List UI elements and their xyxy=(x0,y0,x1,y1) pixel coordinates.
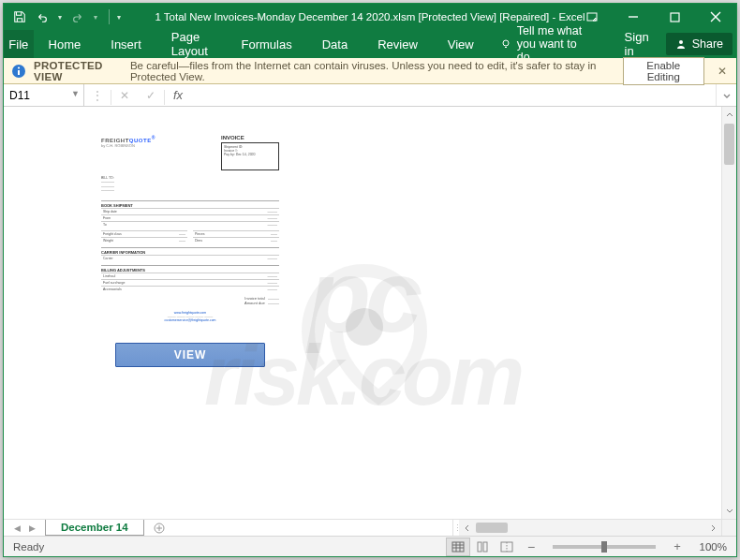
scroll-up-icon[interactable] xyxy=(722,107,737,122)
tab-page-layout[interactable]: Page Layout xyxy=(156,30,227,58)
protected-view-close-icon[interactable]: ✕ xyxy=(716,65,729,78)
logo-subtext: by C.H. ROBINSON xyxy=(101,143,155,148)
worksheet-area: FREIGHTQUOTE® by C.H. ROBINSON INVOICE S… xyxy=(4,107,736,519)
name-box-dropdown-icon[interactable]: ▼ xyxy=(71,89,80,98)
save-icon[interactable] xyxy=(13,10,26,23)
horizontal-scroll-thumb[interactable] xyxy=(476,523,508,533)
redo-dropdown-icon[interactable]: ▾ xyxy=(94,13,97,22)
formula-expand-icon[interactable] xyxy=(716,84,736,106)
zoom-in-icon[interactable]: + xyxy=(671,539,684,553)
svg-point-8 xyxy=(346,308,383,346)
svg-rect-2 xyxy=(671,13,679,22)
shield-info-icon xyxy=(11,64,26,79)
scroll-left-icon[interactable] xyxy=(459,521,474,536)
zoom-out-icon[interactable]: − xyxy=(525,539,538,554)
sheet-tab-active[interactable]: December 14 xyxy=(45,520,144,536)
svg-rect-6 xyxy=(18,70,20,75)
add-sheet-button[interactable] xyxy=(150,520,169,536)
qat-customize-icon[interactable]: ▾ xyxy=(117,13,121,22)
svg-point-4 xyxy=(679,40,683,44)
close-button[interactable] xyxy=(695,4,736,30)
maximize-button[interactable] xyxy=(654,4,695,30)
zoom-level[interactable]: 100% xyxy=(689,541,727,553)
tab-file[interactable]: File xyxy=(4,30,34,58)
invoice-info-box: Shipment ID: Invoice #: Pay by: Dec 14, … xyxy=(221,142,279,170)
invoice-title: INVOICE xyxy=(221,135,279,140)
scroll-right-icon[interactable] xyxy=(706,521,721,536)
tab-nav-prev-icon[interactable]: ◀ xyxy=(11,523,22,533)
undo-icon[interactable] xyxy=(36,10,49,23)
formula-cancel-icon[interactable]: ✕ xyxy=(111,89,138,102)
status-bar: Ready − + 100% xyxy=(4,536,736,556)
zoom-slider-knob[interactable] xyxy=(601,541,607,553)
vertical-scroll-thumb[interactable] xyxy=(724,124,734,165)
zoom-slider[interactable] xyxy=(553,545,656,549)
tell-me-search[interactable]: Tell me what you want to do... xyxy=(489,30,612,58)
share-button[interactable]: Share xyxy=(666,33,733,55)
tab-formulas[interactable]: Formulas xyxy=(227,30,307,58)
redo-icon[interactable] xyxy=(71,10,84,23)
title-bar: ▾ ▾ ▾ 1 Total New Invoices-Monday Decemb… xyxy=(4,4,736,30)
enable-editing-button[interactable]: Enable Editing xyxy=(623,57,704,85)
protected-view-message: Be careful—files from the Internet can c… xyxy=(130,60,610,82)
view-page-break-icon[interactable] xyxy=(495,538,519,556)
svg-point-3 xyxy=(503,40,509,46)
view-page-layout-icon[interactable] xyxy=(470,538,495,556)
ribbon-tabs: File Home Insert Page Layout Formulas Da… xyxy=(4,30,736,58)
tab-review[interactable]: Review xyxy=(363,30,433,58)
svg-rect-10 xyxy=(452,542,464,552)
svg-rect-15 xyxy=(478,542,481,552)
excel-window: ▾ ▾ ▾ 1 Total New Invoices-Monday Decemb… xyxy=(3,3,737,557)
tab-insert[interactable]: Insert xyxy=(96,30,156,58)
tab-home[interactable]: Home xyxy=(34,30,96,58)
formula-more-icon[interactable]: ⋮ xyxy=(84,89,111,102)
fx-icon[interactable]: fx xyxy=(165,88,191,102)
share-icon xyxy=(675,38,687,50)
view-button[interactable]: VIEW xyxy=(115,343,265,367)
minimize-button[interactable] xyxy=(613,4,654,30)
status-ready: Ready xyxy=(13,541,44,553)
undo-dropdown-icon[interactable]: ▾ xyxy=(58,13,62,22)
name-box[interactable]: D11 ▼ xyxy=(4,84,84,106)
bulb-icon xyxy=(500,38,511,50)
protected-view-title: PROTECTED VIEW xyxy=(34,60,123,82)
name-box-value: D11 xyxy=(9,89,30,102)
horizontal-scrollbar[interactable] xyxy=(459,520,721,536)
vertical-scrollbar[interactable] xyxy=(721,107,736,519)
svg-rect-16 xyxy=(483,542,487,552)
view-normal-icon[interactable] xyxy=(446,538,470,556)
svg-point-7 xyxy=(18,66,20,68)
tab-data[interactable]: Data xyxy=(307,30,363,58)
worksheet-grid[interactable]: FREIGHTQUOTE® by C.H. ROBINSON INVOICE S… xyxy=(4,107,721,519)
document-content: FREIGHTQUOTE® by C.H. ROBINSON INVOICE S… xyxy=(90,125,290,367)
sheet-tab-bar: ◀ ▶ December 14 ⋮ xyxy=(4,519,736,536)
share-label: Share xyxy=(692,37,723,51)
sign-in-button[interactable]: Sign in xyxy=(612,30,662,58)
invoice-thumbnail: FREIGHTQUOTE® by C.H. ROBINSON INVOICE S… xyxy=(90,125,290,330)
formula-bar-row: D11 ▼ ⋮ ✕ ✓ fx xyxy=(4,84,736,107)
protected-view-bar: PROTECTED VIEW Be careful—files from the… xyxy=(4,58,736,84)
formula-enter-icon[interactable]: ✓ xyxy=(138,89,164,102)
watermark-logo-icon xyxy=(285,257,444,416)
tab-view[interactable]: View xyxy=(433,30,489,58)
formula-input[interactable] xyxy=(191,84,716,106)
scroll-down-icon[interactable] xyxy=(722,504,737,519)
tab-nav-next-icon[interactable]: ▶ xyxy=(26,523,37,533)
